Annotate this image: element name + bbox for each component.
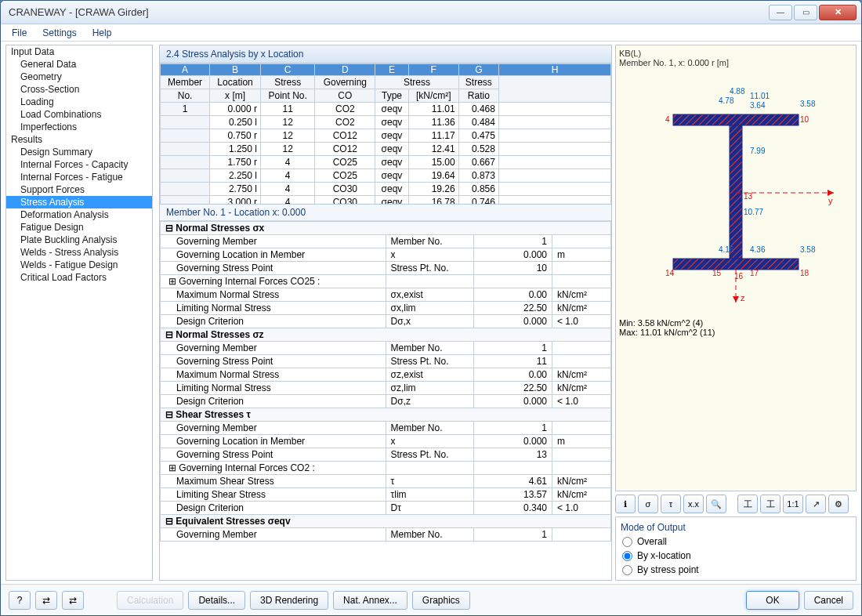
details-button[interactable]: Details... — [188, 591, 245, 610]
svg-marker-6 — [828, 190, 834, 196]
svg-text:10.77: 10.77 — [744, 208, 763, 216]
nav-stress-analysis[interactable]: Stress Analysis — [6, 196, 152, 208]
menubar: File Settings Help — [1, 24, 861, 42]
menu-file[interactable]: File — [5, 26, 33, 39]
svg-text:3.64: 3.64 — [750, 101, 766, 110]
results-grid[interactable]: A B C D E F G H Member Location Stress G… — [160, 63, 611, 205]
hdr-ratio: Ratio — [458, 89, 498, 103]
group-nsx: ⊟ Normal Stresses σx — [161, 222, 611, 235]
nav-general-data[interactable]: General Data — [6, 58, 152, 71]
svg-text:11.01: 11.01 — [750, 92, 770, 100]
detail-table: ⊟ Normal Stresses σx Governing MemberMem… — [160, 221, 611, 542]
table-row[interactable]: 2.750 l4CO30σeqv19.260.856 — [161, 183, 611, 196]
nav-deformation[interactable]: Deformation Analysis — [6, 208, 152, 221]
table-row[interactable]: 0.750 r12CO12σeqv11.170.475 — [161, 129, 611, 143]
hdr-member: Member — [161, 76, 210, 89]
nav-imperfections[interactable]: Imperfections — [6, 121, 152, 133]
scale-icon[interactable]: 1:1 — [783, 495, 803, 513]
radio-bysp[interactable]: By stress point — [619, 563, 853, 577]
main-panel: 2.4 Stress Analysis by x Location A B C … — [159, 45, 612, 581]
section1-icon[interactable]: 工 — [737, 495, 758, 513]
hdr-governing: Governing — [315, 76, 375, 89]
preview-minmax: Min: 3.58 kN/cm^2 (4) Max: 11.01 kN/cm^2… — [619, 318, 853, 337]
nav-if-capacity[interactable]: Internal Forces - Capacity — [6, 158, 152, 171]
nav-fatigue-design[interactable]: Fatigue Design — [6, 221, 152, 234]
col-d[interactable]: D — [315, 64, 375, 76]
col-c[interactable]: C — [260, 64, 315, 76]
nav-input-data[interactable]: Input Data — [6, 45, 152, 58]
tau-icon[interactable]: τ — [661, 495, 681, 513]
ibeam-drawing: y z 4 10 14 15 16 17 18 4.88 4.78 11.01 — [634, 83, 838, 318]
svg-rect-2 — [673, 114, 799, 125]
col-a[interactable]: A — [161, 64, 210, 76]
sigma-icon[interactable]: σ — [638, 495, 658, 513]
svg-text:18: 18 — [800, 269, 809, 277]
preview-max: Max: 11.01 kN/cm^2 (11) — [619, 328, 853, 337]
svg-text:4.88: 4.88 — [730, 87, 745, 96]
nav-welds-stress[interactable]: Welds - Stress Analysis — [6, 246, 152, 259]
minimize-button[interactable]: — — [769, 5, 792, 20]
xxx-icon[interactable]: x.x — [683, 495, 704, 513]
nav-tree[interactable]: Input Data General Data Geometry Cross-S… — [5, 45, 153, 581]
ok-button[interactable]: OK — [746, 591, 799, 610]
section-preview[interactable]: KB(L) Member No. 1, x: 0.000 r [m] — [615, 45, 857, 491]
cancel-button[interactable]: Cancel — [804, 591, 853, 610]
group-nsz: ⊟ Normal Stresses σz — [161, 328, 611, 342]
nav-results[interactable]: Results — [6, 133, 152, 146]
radio-overall[interactable]: Overall — [619, 534, 853, 549]
table-row[interactable]: 1.250 l12CO12σeqv12.410.528 — [161, 143, 611, 156]
maximize-button[interactable]: ▭ — [794, 5, 817, 20]
table-row[interactable]: 10.000 r11CO2σeqv11.010.468 — [161, 103, 611, 116]
col-f[interactable]: F — [408, 64, 458, 76]
preview-member: Member No. 1, x: 0.000 r [m] — [619, 58, 853, 67]
zoom-icon[interactable]: 🔍 — [706, 495, 726, 513]
nav-cross-section[interactable]: Cross-Section — [6, 83, 152, 96]
graphics-button[interactable]: Graphics — [412, 591, 470, 610]
svg-marker-9 — [733, 296, 739, 303]
col-e[interactable]: E — [375, 64, 409, 76]
col-g[interactable]: G — [458, 64, 498, 76]
settings-icon[interactable]: ⚙ — [828, 495, 849, 513]
close-button[interactable]: ✕ — [819, 5, 857, 20]
import-button[interactable]: ⇄ — [62, 591, 84, 610]
nav-welds-fatigue[interactable]: Welds - Fatigue Design — [6, 259, 152, 271]
export-button[interactable]: ⇄ — [35, 591, 57, 610]
hdr-co: CO — [315, 89, 375, 103]
section2-icon[interactable]: 工 — [760, 495, 781, 513]
svg-text:15: 15 — [712, 269, 722, 277]
table-row[interactable]: 1.750 r4CO25σeqv15.000.667 — [161, 156, 611, 169]
col-b[interactable]: B — [210, 64, 261, 76]
col-h[interactable]: H — [498, 64, 610, 76]
table-row[interactable]: 2.250 l4CO25σeqv19.640.873 — [161, 169, 611, 183]
help-button[interactable]: ? — [9, 591, 31, 610]
detail-wrap[interactable]: ⊟ Normal Stresses σx Governing MemberMem… — [160, 221, 611, 580]
axes-icon[interactable]: ↗ — [806, 495, 826, 513]
nav-crit-load[interactable]: Critical Load Factors — [6, 271, 152, 284]
svg-text:y: y — [828, 196, 833, 205]
radio-byx[interactable]: By x-location — [619, 549, 853, 563]
nav-load-combinations[interactable]: Load Combinations — [6, 108, 152, 121]
nav-if-fatigue[interactable]: Internal Forces - Fatigue — [6, 171, 152, 183]
nav-design-summary[interactable]: Design Summary — [6, 146, 152, 158]
nav-geometry[interactable]: Geometry — [6, 71, 152, 83]
table-row[interactable]: 0.250 l12CO2σeqv11.360.484 — [161, 116, 611, 129]
menu-settings[interactable]: Settings — [36, 26, 82, 39]
results-grid-wrap[interactable]: A B C D E F G H Member Location Stress G… — [160, 63, 611, 205]
info-icon[interactable]: ℹ — [615, 495, 636, 513]
nav-support-forces[interactable]: Support Forces — [6, 183, 152, 196]
group-eqv: ⊟ Equivalent Stresses σeqv — [161, 515, 611, 528]
preview-kb: KB(L) — [619, 49, 853, 58]
nav-plate-buckling[interactable]: Plate Buckling Analysis — [6, 234, 152, 246]
table-row[interactable]: 3.000 r4CO30σeqv16.780.746 — [161, 196, 611, 205]
menu-help[interactable]: Help — [86, 26, 118, 39]
hdr-stress3: Stress — [458, 76, 498, 89]
svg-rect-4 — [673, 259, 799, 270]
rendering-button[interactable]: 3D Rendering — [250, 591, 328, 610]
hdr-location: Location — [210, 76, 261, 89]
svg-text:4: 4 — [665, 115, 670, 124]
calculation-button[interactable]: Calculation — [117, 591, 183, 610]
svg-text:4.78: 4.78 — [719, 96, 734, 105]
nav-loading[interactable]: Loading — [6, 96, 152, 108]
annex-button[interactable]: Nat. Annex... — [333, 591, 407, 610]
right-panel: KB(L) Member No. 1, x: 0.000 r [m] — [615, 45, 857, 581]
